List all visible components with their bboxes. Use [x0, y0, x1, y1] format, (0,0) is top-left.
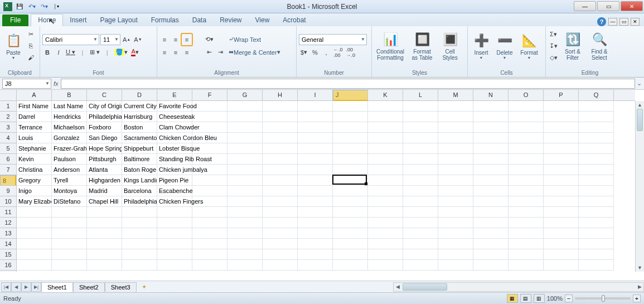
cell[interactable]: Christina — [17, 165, 52, 175]
cell[interactable] — [298, 218, 333, 228]
cell[interactable]: Chicken Cordon Bleu — [157, 133, 192, 143]
cell[interactable]: Madrid — [87, 186, 122, 196]
cell[interactable] — [263, 154, 298, 165]
fill-button[interactable]: ↧ ▾ — [548, 40, 559, 51]
cell[interactable] — [263, 260, 298, 271]
cell[interactable] — [438, 175, 473, 186]
tab-home[interactable]: Home — [31, 14, 63, 26]
cell[interactable] — [192, 101, 227, 112]
cell[interactable] — [227, 133, 263, 143]
cell[interactable] — [192, 165, 227, 175]
cell[interactable]: Current City — [122, 101, 157, 112]
cell[interactable] — [52, 228, 87, 239]
cell[interactable] — [298, 143, 333, 154]
cell[interactable] — [87, 228, 122, 239]
align-bottom-button[interactable]: ≡ — [182, 34, 192, 45]
cell[interactable] — [473, 122, 509, 133]
cell[interactable]: Montoya — [52, 186, 87, 196]
cell[interactable] — [263, 249, 298, 260]
cell[interactable] — [227, 186, 263, 196]
cell[interactable] — [122, 239, 157, 249]
undo-button[interactable]: ↶▾ — [27, 2, 37, 12]
cell[interactable] — [579, 165, 614, 175]
cell[interactable] — [157, 218, 192, 228]
row-header-5[interactable]: 5 — [0, 143, 16, 154]
row-header-1[interactable]: 1 — [0, 101, 16, 112]
cell[interactable] — [192, 112, 227, 122]
decrease-decimal-button[interactable]: .00→.0 — [345, 47, 357, 58]
cell[interactable] — [473, 165, 509, 175]
cell[interactable] — [403, 196, 438, 207]
cell[interactable] — [157, 228, 192, 239]
cell[interactable]: Philadelphia — [87, 112, 122, 122]
cell[interactable]: Lobster Bisque — [157, 143, 192, 154]
column-header-O[interactable]: O — [509, 90, 544, 100]
cell[interactable]: Highgarden — [87, 175, 122, 186]
cell[interactable]: Baltimore — [122, 154, 157, 165]
cell[interactable] — [333, 154, 368, 165]
column-header-B[interactable]: B — [52, 90, 87, 100]
cell[interactable] — [509, 186, 544, 196]
cell[interactable] — [403, 112, 438, 122]
save-button[interactable]: 💾 — [14, 2, 25, 12]
scroll-up-button[interactable]: ▲ — [636, 101, 644, 109]
cell-styles-button[interactable]: 🔳 Cell Styles — [438, 27, 462, 64]
cell[interactable]: Pittsburgh — [87, 154, 122, 165]
accounting-format-button[interactable]: $ ▾ — [299, 47, 309, 58]
cell[interactable] — [438, 112, 473, 122]
cell[interactable]: Gregory — [17, 175, 52, 186]
cell[interactable] — [17, 239, 52, 249]
cell[interactable] — [368, 260, 403, 271]
cell[interactable]: Cheesesteak — [157, 112, 192, 122]
cell[interactable] — [333, 143, 368, 154]
qat-customize-button[interactable]: │▾ — [51, 2, 61, 12]
cell[interactable] — [298, 122, 333, 133]
cell[interactable] — [403, 122, 438, 133]
cell[interactable]: San Diego — [87, 133, 122, 143]
cell[interactable] — [298, 260, 333, 271]
cell[interactable] — [227, 112, 263, 122]
cell[interactable] — [544, 260, 579, 271]
cell[interactable]: Boston — [122, 122, 157, 133]
cell[interactable] — [52, 249, 87, 260]
shrink-font-button[interactable]: A▼ — [133, 34, 143, 45]
cell[interactable] — [227, 165, 263, 175]
column-header-I[interactable]: I — [298, 90, 333, 100]
tab-formulas[interactable]: Formulas — [144, 15, 186, 26]
cell[interactable] — [544, 101, 579, 112]
cell[interactable] — [157, 249, 192, 260]
cell[interactable]: Mary Elizabeth — [17, 196, 52, 207]
cell[interactable] — [227, 196, 263, 207]
cell[interactable] — [438, 249, 473, 260]
cell[interactable] — [17, 228, 52, 239]
cell[interactable] — [298, 175, 333, 186]
cell[interactable] — [227, 207, 263, 218]
cell[interactable] — [509, 207, 544, 218]
cell[interactable]: Darrel — [17, 112, 52, 122]
cell[interactable] — [333, 101, 368, 112]
cell[interactable]: Escabenche — [157, 186, 192, 196]
cell[interactable] — [263, 112, 298, 122]
cell[interactable] — [192, 122, 227, 133]
cell[interactable] — [87, 239, 122, 249]
cell[interactable] — [544, 207, 579, 218]
column-header-L[interactable]: L — [403, 90, 438, 100]
zoom-out-button[interactable]: − — [565, 295, 573, 302]
cell[interactable] — [544, 196, 579, 207]
cell[interactable] — [509, 101, 544, 112]
cell[interactable] — [333, 133, 368, 143]
cell[interactable]: Sacramento — [122, 133, 157, 143]
cell[interactable] — [263, 239, 298, 249]
fill-color-button[interactable]: 🪣▾ — [113, 47, 129, 58]
cell[interactable] — [333, 112, 368, 122]
column-header-C[interactable]: C — [87, 90, 122, 100]
cell[interactable]: Favorite Food — [157, 101, 192, 112]
cell[interactable] — [368, 143, 403, 154]
cell[interactable] — [227, 175, 263, 186]
cell[interactable]: Inigo — [17, 186, 52, 196]
cell[interactable] — [227, 228, 263, 239]
column-header-J[interactable]: J — [333, 90, 368, 101]
cell[interactable] — [298, 239, 333, 249]
redo-button[interactable]: ↷▾ — [39, 2, 49, 12]
row-header-2[interactable]: 2 — [0, 112, 16, 122]
